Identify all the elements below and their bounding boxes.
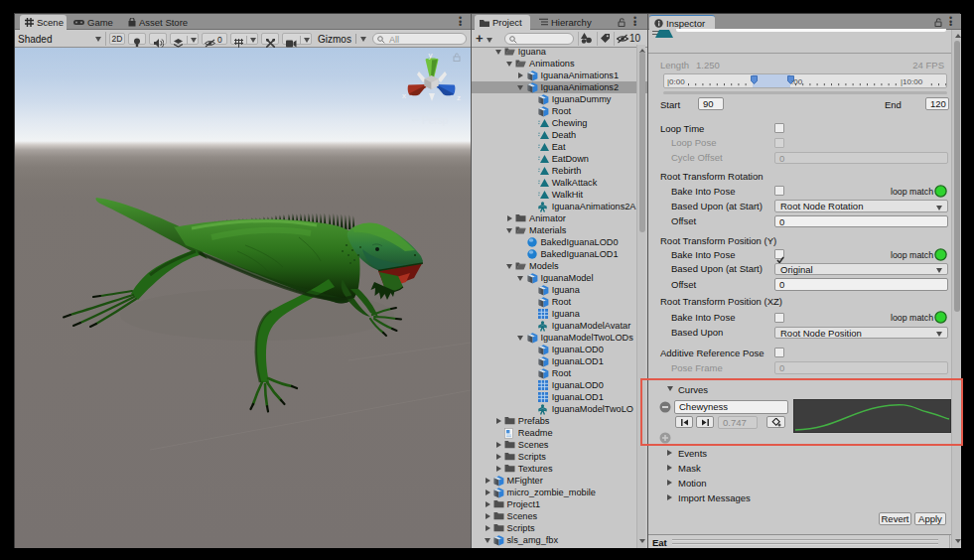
- svg-text:Persp: Persp: [422, 115, 449, 126]
- svg-text:x: x: [402, 91, 406, 100]
- svg-text:z: z: [457, 93, 461, 102]
- svg-text:y: y: [429, 51, 433, 60]
